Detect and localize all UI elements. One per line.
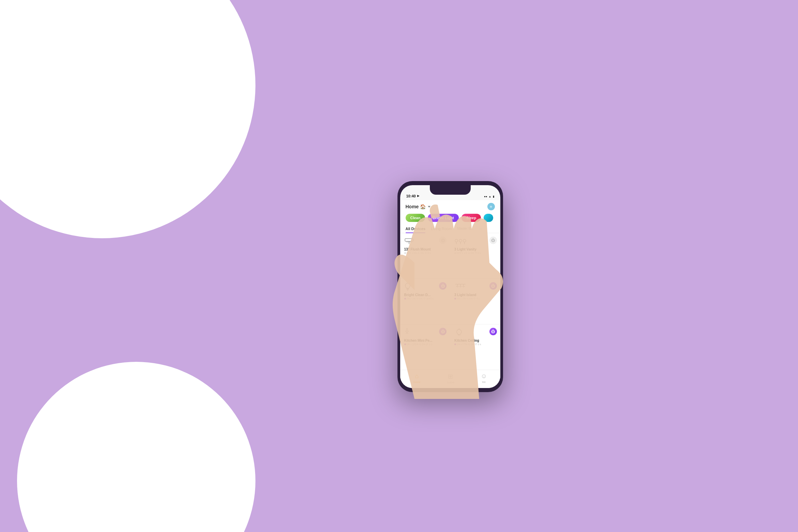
phone-frame: 10:40 ▶ ●● ▲ ▮ Home 🏠 <box>343 154 455 378</box>
scene-wrapper: 10:40 ▶ ●● ▲ ▮ Home 🏠 <box>0 0 798 532</box>
hand-illustration <box>346 161 551 399</box>
